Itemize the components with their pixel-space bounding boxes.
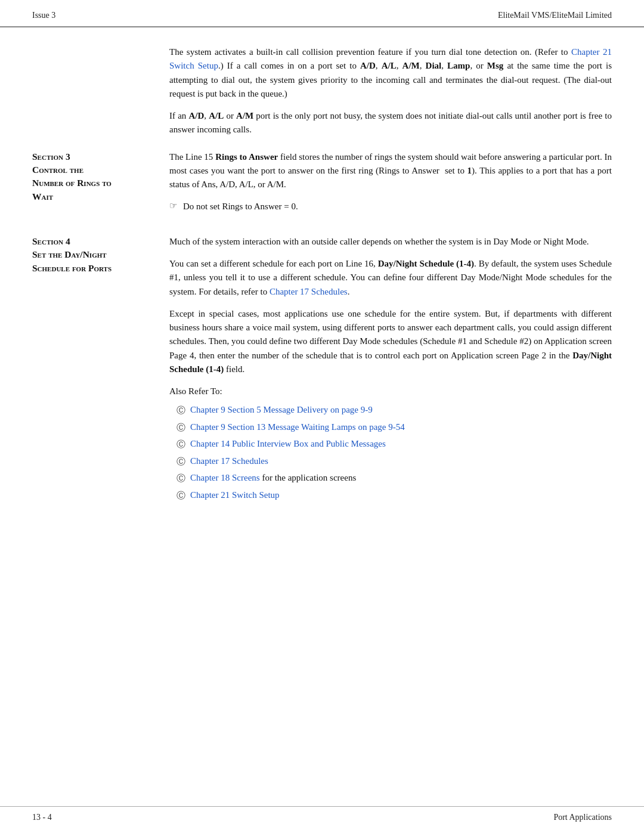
intro-paragraph-2: If an A/D, A/L or A/M port is the only p… bbox=[169, 109, 612, 137]
section3-body: The Line 15 Rings to Answer field stores… bbox=[169, 150, 612, 222]
note-text: Do not set Rings to Answer = 0. bbox=[183, 200, 298, 213]
also-refer-label: Also Refer To: bbox=[169, 385, 612, 398]
ch17-link-list[interactable]: Chapter 17 Schedules bbox=[190, 456, 268, 466]
page-footer: 13 - 4 Port Applications bbox=[0, 806, 644, 833]
list-item: Ⓒ Chapter 17 Schedules bbox=[177, 454, 612, 469]
section4-heading: Section 4 Set the Day/Night Schedule for… bbox=[32, 235, 159, 275]
section4-body: Much of the system interaction with an o… bbox=[169, 235, 612, 506]
section3-block: Section 3 Control the Number of Rings to… bbox=[32, 150, 612, 222]
header-issue: Issue 3 bbox=[32, 11, 55, 20]
refer-bullet-icon: Ⓒ bbox=[177, 421, 185, 435]
refer-list: Ⓒ Chapter 9 Section 5 Message Delivery o… bbox=[177, 403, 612, 502]
main-content: The system activates a built-in call col… bbox=[0, 27, 644, 806]
section3-note: ☞ Do not set Rings to Answer = 0. bbox=[169, 200, 612, 213]
section3-heading-col: Section 3 Control the Number of Rings to… bbox=[32, 150, 169, 222]
footer-section: Port Applications bbox=[553, 813, 612, 822]
footer-page-num: 13 - 4 bbox=[32, 813, 52, 822]
section4-block: Section 4 Set the Day/Night Schedule for… bbox=[32, 235, 612, 506]
list-item: Ⓒ Chapter 9 Section 5 Message Delivery o… bbox=[177, 403, 612, 417]
intro-block: The system activates a built-in call col… bbox=[169, 45, 612, 137]
ch14-link[interactable]: Chapter 14 Public Interview Box and Publ… bbox=[190, 439, 386, 448]
refer-bullet-icon: Ⓒ bbox=[177, 489, 185, 503]
section4-para2: You can set a different schedule for eac… bbox=[169, 257, 612, 299]
section4-para1: Much of the system interaction with an o… bbox=[169, 235, 612, 249]
refer-bullet-icon: Ⓒ bbox=[177, 438, 185, 451]
ch17-link-p2[interactable]: Chapter 17 Schedules bbox=[270, 287, 348, 296]
intro-paragraph-1: The system activates a built-in call col… bbox=[169, 45, 612, 101]
section3-para1: The Line 15 Rings to Answer field stores… bbox=[169, 150, 612, 192]
ch9s5-link[interactable]: Chapter 9 Section 5 Message Delivery on … bbox=[190, 405, 373, 414]
list-item: Ⓒ Chapter 18 Screens for the application… bbox=[177, 471, 612, 485]
page-header: Issue 3 EliteMail VMS/EliteMail Limited bbox=[0, 0, 644, 27]
page: Issue 3 EliteMail VMS/EliteMail Limited … bbox=[0, 0, 644, 833]
list-item: Ⓒ Chapter 14 Public Interview Box and Pu… bbox=[177, 437, 612, 451]
ch18-link[interactable]: Chapter 18 Screens bbox=[190, 473, 260, 482]
refer-bullet-icon: Ⓒ bbox=[177, 404, 185, 417]
refer-bullet-icon: Ⓒ bbox=[177, 472, 185, 485]
refer-bullet-icon: Ⓒ bbox=[177, 455, 185, 469]
section4-heading-col: Section 4 Set the Day/Night Schedule for… bbox=[32, 235, 169, 506]
ch21-link-list[interactable]: Chapter 21 Switch Setup bbox=[190, 490, 280, 500]
note-icon: ☞ bbox=[169, 200, 177, 211]
section3-heading: Section 3 Control the Number of Rings to… bbox=[32, 150, 159, 204]
list-item: Ⓒ Chapter 9 Section 13 Message Waiting L… bbox=[177, 420, 612, 435]
ch9s13-link[interactable]: Chapter 9 Section 13 Message Waiting Lam… bbox=[190, 422, 405, 432]
header-title: EliteMail VMS/EliteMail Limited bbox=[498, 11, 612, 20]
section4-para3: Except in special cases, most applicatio… bbox=[169, 307, 612, 376]
list-item: Ⓒ Chapter 21 Switch Setup bbox=[177, 488, 612, 503]
